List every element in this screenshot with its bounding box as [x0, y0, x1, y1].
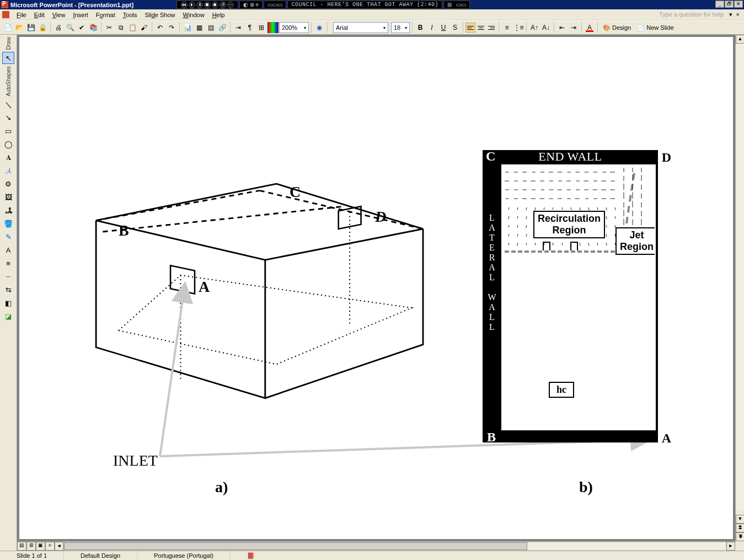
paste-button[interactable]: 📋 [127, 22, 138, 33]
menu-file[interactable]: File [13, 10, 30, 19]
fill-color-tool[interactable]: 🪣 [2, 218, 14, 230]
diagram-tool[interactable]: ⚙ [2, 178, 14, 190]
menu-slideshow[interactable]: Slide Show [141, 10, 179, 19]
size-select[interactable]: 18▾ [391, 22, 410, 33]
picture-tool[interactable]: 🏞 [2, 205, 14, 217]
decrease-font-button[interactable]: A↓ [540, 22, 552, 33]
font-color-tool[interactable]: A [2, 244, 14, 257]
table-button[interactable]: ▦ [194, 22, 205, 33]
color-button[interactable] [267, 22, 279, 33]
copy-button[interactable]: ⧉ [115, 22, 126, 33]
menu-window[interactable]: Window [179, 10, 208, 19]
menu-view[interactable]: View [49, 10, 69, 19]
status-design: Default Design [64, 551, 137, 560]
3d-tool[interactable]: ◪ [2, 311, 14, 323]
chart-button[interactable]: 📊 [182, 22, 193, 33]
print-button[interactable]: 🖨 [53, 22, 64, 33]
show-format-button[interactable]: ¶ [244, 22, 255, 33]
help-dropdown-icon[interactable]: ▾ [729, 11, 732, 18]
oval-tool[interactable]: ◯ [2, 138, 14, 151]
align-center-button[interactable] [476, 23, 486, 33]
draw-menu[interactable]: Draw [6, 37, 12, 50]
hyperlink-button[interactable]: 🔗 [217, 22, 228, 33]
wordart-tool[interactable]: 𝓐 [2, 165, 14, 177]
menu-edit[interactable]: Edit [30, 10, 49, 19]
zoom-select[interactable]: 200%▾ [279, 22, 309, 33]
menu-format[interactable]: Format [92, 10, 119, 19]
scroll-left-button[interactable]: ◄ [55, 542, 63, 551]
normal-view-button[interactable]: ▤ [17, 542, 26, 551]
select-tool[interactable]: ↖ [2, 52, 14, 64]
svg-line-116 [606, 225, 607, 227]
restore-button[interactable]: 🗗 [725, 1, 734, 8]
media-controls[interactable]: ⏮⏵⏸⏹⏺↺⋯ [176, 1, 238, 9]
save-button[interactable]: 💾 [25, 22, 36, 33]
bullets-button[interactable]: ⋮≡ [513, 22, 524, 33]
notes-view-button[interactable]: ≡ [45, 542, 55, 551]
scroll-up-button[interactable]: ▲ [736, 35, 744, 44]
bold-button[interactable]: B [415, 22, 426, 33]
prev-slide-button[interactable]: ⯭ [736, 524, 744, 532]
help-button[interactable]: ◉ [314, 22, 325, 33]
menu-insert[interactable]: Insert [69, 10, 92, 19]
open-button[interactable]: 📂 [14, 22, 25, 33]
vertical-scrollbar[interactable]: ▲ ▼ ⯭ ⯯ [735, 35, 744, 541]
cut-button[interactable]: ✂ [104, 22, 115, 33]
tables-borders-button[interactable]: ▤ [205, 22, 216, 33]
undo-button[interactable]: ↶ [154, 22, 165, 33]
clipart-tool[interactable]: 🖼 [2, 191, 14, 204]
textbox-tool[interactable]: 𝐀 [2, 152, 14, 164]
next-slide-button[interactable]: ⯯ [736, 532, 744, 541]
sorter-view-button[interactable]: ⊞ [26, 542, 36, 551]
permission-button[interactable]: 🔒 [37, 22, 48, 33]
help-search[interactable]: Type a question for help ▾ × [659, 11, 744, 18]
media-tail[interactable]: ⊞ ▭▭ [443, 1, 470, 9]
zoom-value: 200% [282, 24, 297, 31]
minimize-button[interactable]: _ [715, 1, 724, 8]
underline-button[interactable]: U [438, 22, 449, 33]
media-mini[interactable]: ▭▭▭ [264, 1, 286, 9]
scroll-right-button[interactable]: ► [726, 542, 735, 551]
help-close-icon[interactable]: × [736, 11, 740, 18]
rectangle-tool[interactable]: ▭ [2, 125, 14, 137]
preview-button[interactable]: 🔍 [65, 22, 76, 33]
font-color-button[interactable]: A [584, 22, 595, 33]
line-style-tool[interactable]: ≡ [2, 258, 14, 270]
hscroll-thumb[interactable] [64, 542, 527, 550]
format-painter-button[interactable]: 🖌 [138, 22, 149, 33]
redo-button[interactable]: ↷ [166, 22, 177, 33]
align-right-button[interactable] [486, 23, 496, 33]
new-doc-button[interactable]: 📄 [2, 22, 13, 33]
autoshapes-menu[interactable]: AutoShapes [6, 66, 12, 97]
inc-indent-button[interactable]: ⇥ [568, 22, 579, 33]
slide-canvas[interactable]: B C A D INLET a) b) END WALL L A T E R A… [19, 37, 733, 539]
media-aux[interactable]: ◐ ⊕ ≡ [239, 1, 263, 9]
align-left-button[interactable] [465, 23, 475, 33]
menu-tools[interactable]: Tools [119, 10, 141, 19]
slideshow-view-button[interactable]: ▣ [36, 542, 45, 551]
line-tool[interactable]: ＼ [2, 99, 14, 111]
menu-help[interactable]: Help [208, 10, 229, 19]
numbering-button[interactable]: ≡ [501, 22, 512, 33]
increase-font-button[interactable]: A↑ [529, 22, 540, 33]
spell-button[interactable]: ✔ [76, 22, 87, 33]
design-button[interactable]: 🎨Design [600, 22, 634, 33]
arrow-tool[interactable]: ➘ [2, 112, 14, 124]
dec-indent-button[interactable]: ⇤ [556, 22, 568, 33]
research-button[interactable]: 📚 [88, 22, 99, 33]
status-spell-icon[interactable]: 📕 [231, 551, 271, 560]
horizontal-scrollbar[interactable]: ▤ ⊞ ▣ ≡ ◄ ► [17, 541, 735, 551]
close-button[interactable]: ✕ [734, 1, 743, 8]
svg-line-101 [615, 216, 615, 218]
scroll-down-button[interactable]: ▼ [736, 515, 744, 524]
grid-button[interactable]: ⊞ [256, 22, 267, 33]
dash-style-tool[interactable]: ┈ [2, 271, 14, 283]
arrow-style-tool[interactable]: ⇆ [2, 284, 14, 296]
new-slide-button[interactable]: 📄New Slide [634, 22, 677, 33]
italic-button[interactable]: I [426, 22, 437, 33]
line-color-tool[interactable]: ✎ [2, 231, 14, 243]
shadow-button[interactable]: S [449, 22, 461, 33]
font-select[interactable]: Arial▾ [333, 22, 388, 33]
shadow-tool[interactable]: ◧ [2, 297, 14, 310]
expand-button[interactable]: ⇥ [233, 22, 244, 33]
